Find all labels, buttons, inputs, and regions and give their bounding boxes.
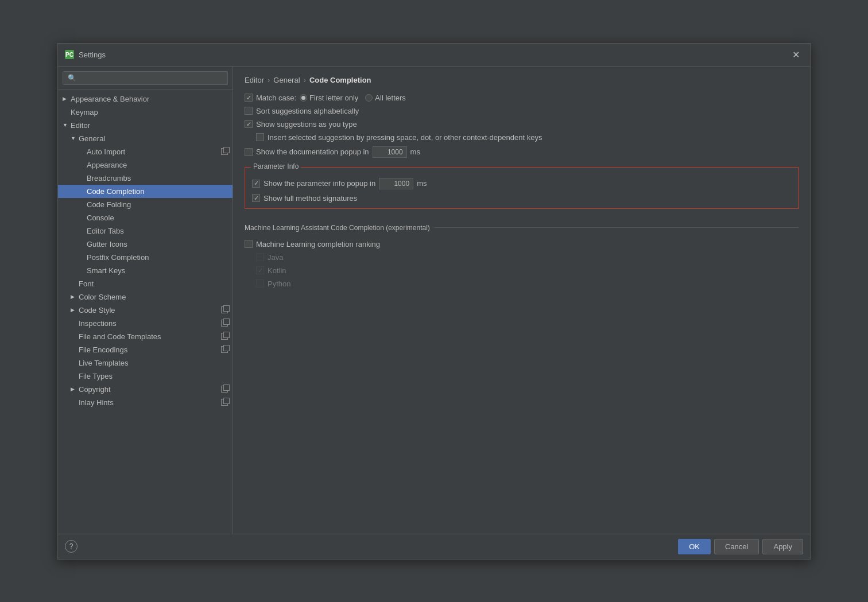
search-input[interactable] — [63, 71, 228, 85]
param-info-input[interactable] — [379, 178, 413, 189]
apply-button[interactable]: Apply — [762, 539, 803, 554]
sidebar-item-code-style[interactable]: ▶ Code Style — [58, 304, 232, 317]
sidebar-item-copyright[interactable]: ▶ Copyright — [58, 383, 232, 396]
sidebar: ▶ Appearance & Behavior Keymap ▼ Editor … — [58, 67, 233, 534]
breadcrumb: Editor › General › Code Completion — [245, 76, 799, 84]
ml-completion-checkbox[interactable] — [245, 240, 253, 248]
insert-selected-checkbox[interactable] — [256, 133, 264, 141]
kotlin-label: Kotlin — [268, 266, 286, 275]
breadcrumb-general: General — [273, 76, 300, 84]
doc-popup-input[interactable] — [373, 146, 407, 158]
param-info-ms: ms — [417, 179, 427, 188]
copy-icon — [221, 333, 228, 340]
kotlin-checkbox[interactable] — [256, 266, 264, 274]
sidebar-item-label: Smart Keys — [87, 266, 125, 275]
sidebar-item-code-folding[interactable]: Code Folding — [58, 198, 232, 211]
title-bar: PC Settings ✕ — [58, 44, 810, 67]
sidebar-item-auto-import[interactable]: Auto Import — [58, 145, 232, 158]
sidebar-item-label: Gutter Icons — [87, 240, 127, 248]
ml-completion-row: Machine Learning completion ranking — [245, 240, 799, 248]
sidebar-item-label: Keymap — [71, 108, 98, 116]
help-button[interactable]: ? — [65, 540, 78, 553]
sidebar-item-label: Inspections — [79, 319, 117, 328]
sort-suggestions-checkbox[interactable] — [245, 107, 253, 115]
sidebar-item-smart-keys[interactable]: Smart Keys — [58, 264, 232, 277]
sidebar-item-gutter-icons[interactable]: Gutter Icons — [58, 238, 232, 251]
copy-icon — [221, 320, 228, 327]
breadcrumb-code-completion: Code Completion — [309, 76, 371, 84]
show-full-method-label: Show full method signatures — [264, 194, 357, 203]
sidebar-item-breadcrumbs[interactable]: Breadcrumbs — [58, 172, 232, 185]
sidebar-item-file-encodings[interactable]: File Encodings — [58, 343, 232, 356]
all-letters-radio[interactable] — [365, 94, 373, 102]
ml-section-divider: Machine Learning Assistant Code Completi… — [245, 224, 799, 232]
java-row: Java — [256, 253, 799, 262]
expand-arrow: ▶ — [63, 96, 71, 102]
show-full-method-checkbox[interactable] — [252, 194, 260, 202]
main-content: ▶ Appearance & Behavior Keymap ▼ Editor … — [58, 67, 810, 534]
settings-dialog: PC Settings ✕ ▶ Appearance & Behavior Ke… — [57, 43, 811, 560]
sidebar-item-keymap[interactable]: Keymap — [58, 106, 232, 119]
sidebar-item-label: File Types — [79, 372, 113, 380]
sidebar-item-label: Postfix Completion — [87, 253, 149, 262]
kotlin-row: Kotlin — [256, 266, 799, 275]
close-button[interactable]: ✕ — [789, 48, 803, 61]
sidebar-item-console[interactable]: Console — [58, 211, 232, 224]
copy-icon — [221, 148, 228, 155]
java-label: Java — [268, 253, 283, 262]
sidebar-item-file-types[interactable]: File Types — [58, 370, 232, 383]
param-info-title: Parameter Info — [251, 162, 301, 170]
sidebar-item-live-templates[interactable]: Live Templates — [58, 356, 232, 370]
expand-arrow: ▶ — [71, 386, 79, 392]
sidebar-item-label: General — [79, 134, 105, 143]
match-case-checkbox[interactable] — [245, 94, 253, 102]
show-param-info-label: Show the parameter info popup in — [264, 179, 375, 188]
settings-section: Match case: First letter only All letter… — [245, 94, 799, 288]
expand-arrow: ▼ — [63, 122, 71, 128]
sidebar-item-label: Console — [87, 213, 114, 222]
doc-popup-ms: ms — [410, 147, 420, 156]
sidebar-item-label: Editor Tabs — [87, 227, 124, 235]
sidebar-item-editor-tabs[interactable]: Editor Tabs — [58, 224, 232, 238]
sidebar-item-font[interactable]: Font — [58, 277, 232, 290]
sidebar-item-file-code-templates[interactable]: File and Code Templates — [58, 330, 232, 343]
sidebar-item-general[interactable]: ▼ General — [58, 132, 232, 145]
insert-selected-row: Insert selected suggestion by pressing s… — [256, 133, 799, 142]
sidebar-item-appearance-behavior[interactable]: ▶ Appearance & Behavior — [58, 92, 232, 106]
show-suggestions-checkbox[interactable] — [245, 120, 253, 128]
sidebar-item-code-completion[interactable]: Code Completion ➤ — [58, 185, 232, 198]
show-doc-popup-label: Show the documentation popup in — [256, 147, 369, 156]
sidebar-item-editor[interactable]: ▼ Editor — [58, 119, 232, 132]
insert-selected-label: Insert selected suggestion by pressing s… — [268, 133, 542, 142]
cancel-button[interactable]: Cancel — [714, 539, 759, 554]
ml-completion-label: Machine Learning completion ranking — [256, 240, 380, 248]
sidebar-item-label: File Encodings — [79, 345, 127, 354]
show-param-info-checkbox[interactable] — [252, 180, 260, 188]
show-suggestions-label: Show suggestions as you type — [256, 120, 357, 129]
sidebar-item-label: Inlay Hints — [79, 398, 114, 407]
breadcrumb-sep1: › — [268, 76, 270, 84]
sidebar-item-label: Auto Import — [87, 147, 125, 156]
sidebar-item-postfix-completion[interactable]: Postfix Completion — [58, 251, 232, 264]
python-checkbox[interactable] — [256, 279, 264, 288]
sidebar-item-label: Copyright — [79, 385, 111, 394]
java-checkbox[interactable] — [256, 253, 264, 261]
breadcrumb-sep2: › — [304, 76, 306, 84]
sidebar-item-color-scheme[interactable]: ▶ Color Scheme — [58, 290, 232, 304]
first-letter-label: First letter only — [309, 94, 358, 102]
action-buttons: OK Cancel Apply — [678, 539, 803, 554]
first-letter-radio[interactable] — [300, 94, 307, 102]
copy-icon — [221, 346, 228, 353]
sidebar-item-label: Editor — [71, 121, 90, 130]
copy-icon — [221, 386, 228, 393]
sort-suggestions-row: Sort suggestions alphabetically — [245, 107, 799, 115]
ok-button[interactable]: OK — [678, 539, 711, 554]
sidebar-item-inlay-hints[interactable]: Inlay Hints — [58, 396, 232, 409]
sidebar-item-inspections[interactable]: Inspections — [58, 317, 232, 330]
show-full-method-row: Show full method signatures — [252, 194, 791, 203]
show-doc-popup-checkbox[interactable] — [245, 148, 253, 156]
expand-arrow: ▶ — [71, 294, 79, 300]
sidebar-item-label: Code Style — [79, 306, 115, 314]
sidebar-item-appearance[interactable]: Appearance — [58, 158, 232, 172]
match-case-radio-group: First letter only All letters — [300, 94, 406, 102]
